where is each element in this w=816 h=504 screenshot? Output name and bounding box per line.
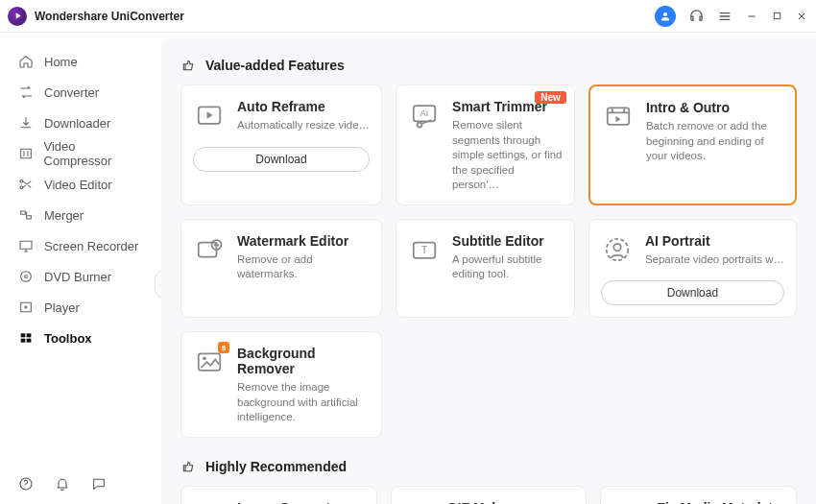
- sidebar-footer: [0, 468, 161, 504]
- thumbs-up-icon: [180, 58, 196, 73]
- compress-icon: [17, 145, 35, 162]
- home-icon: [17, 53, 35, 70]
- close-button[interactable]: [795, 10, 808, 23]
- sidebar-item-label: Merger: [44, 208, 84, 223]
- sidebar-item-video-compressor[interactable]: Video Compressor: [0, 138, 161, 169]
- help-icon: [18, 476, 34, 492]
- card-title: Intro & Outro: [646, 100, 783, 115]
- section-title: Highly Recommended: [205, 459, 347, 474]
- sidebar-item-downloader[interactable]: Downloader: [0, 108, 161, 138]
- svg-text:T: T: [421, 244, 427, 254]
- player-icon: [17, 299, 35, 316]
- logo-glyph: [12, 11, 23, 21]
- svg-rect-6: [27, 339, 32, 343]
- main-content[interactable]: Value-added Features Auto Reframe Automa…: [161, 38, 816, 504]
- card-background-remover[interactable]: $ Background Remover Remove the image ba…: [180, 331, 382, 438]
- fix-metadata-icon: [612, 500, 645, 504]
- card-desc: Automatically resize vide…: [237, 118, 370, 133]
- sidebar-nav: Home Converter Downloader Video Compress…: [0, 33, 161, 468]
- card-watermark-editor[interactable]: Watermark Editor Remove or add watermark…: [180, 219, 382, 319]
- sidebar-item-label: Downloader: [44, 116, 110, 131]
- ai-portrait-icon: [601, 233, 634, 266]
- svg-rect-3: [21, 333, 26, 337]
- minimize-icon: [746, 11, 757, 22]
- sidebar-item-label: Player: [44, 300, 80, 315]
- card-title: Watermark Editor: [237, 233, 370, 249]
- minimize-button[interactable]: [745, 10, 758, 23]
- auto-reframe-icon: [193, 99, 226, 132]
- card-desc: Batch remove or add the beginning and en…: [646, 119, 783, 164]
- maximize-button[interactable]: [770, 10, 783, 23]
- toolbox-icon: [17, 329, 35, 347]
- maximize-icon: [772, 11, 782, 21]
- merger-icon: [17, 206, 35, 224]
- svg-rect-0: [774, 12, 780, 18]
- sidebar-item-video-editor[interactable]: Video Editor: [0, 169, 161, 200]
- card-desc: Remove the image background with artific…: [237, 380, 370, 425]
- card-desc: Remove or add watermarks.: [237, 252, 370, 282]
- sidebar-item-label: Toolbox: [44, 331, 92, 346]
- card-subtitle-editor[interactable]: T Subtitle Editor A powerful subtitle ed…: [396, 219, 575, 319]
- sidebar-item-toolbox[interactable]: Toolbox: [0, 323, 161, 353]
- card-auto-reframe[interactable]: Auto Reframe Automatically resize vide… …: [180, 84, 382, 205]
- sidebar-item-label: Home: [44, 55, 78, 69]
- card-smart-trimmer[interactable]: New AI Smart Trimmer Remove silent segme…: [396, 84, 575, 205]
- user-icon: [660, 11, 671, 22]
- sidebar-item-label: Screen Recorder: [44, 239, 138, 253]
- card-desc: A powerful subtitle editing tool.: [452, 252, 563, 282]
- svg-rect-12: [608, 108, 630, 125]
- card-title: Auto Reframe: [237, 99, 370, 114]
- sidebar-item-converter[interactable]: Converter: [0, 77, 161, 108]
- watermark-icon: [193, 233, 226, 266]
- svg-point-18: [613, 243, 621, 251]
- svg-point-20: [203, 356, 206, 360]
- section-title: Value-added Features: [205, 58, 345, 73]
- sidebar-item-dvd-burner[interactable]: DVD Burner: [0, 261, 161, 292]
- card-fix-media-metadata[interactable]: Fix Media Metadata Auto-fix and edit met…: [600, 486, 797, 504]
- image-converter-icon: [193, 500, 226, 504]
- app-logo: [8, 7, 27, 26]
- notifications-button[interactable]: [54, 475, 71, 492]
- card-ai-portrait[interactable]: AI Portrait Separate video portraits w… …: [588, 219, 797, 319]
- help-button[interactable]: [17, 475, 35, 492]
- svg-point-2: [25, 276, 28, 278]
- card-gif-maker[interactable]: GIF GIF Maker Make GIF from videos or pi…: [391, 486, 588, 504]
- app-title: Wondershare UniConverter: [35, 10, 184, 23]
- sidebar-item-merger[interactable]: Merger: [0, 200, 161, 230]
- card-title: GIF Maker: [447, 500, 575, 504]
- sidebar-item-label: Video Editor: [44, 178, 112, 192]
- intro-outro-icon: [602, 100, 635, 132]
- sidebar-item-home[interactable]: Home: [0, 46, 161, 77]
- screenrec-icon: [17, 237, 35, 254]
- download-button[interactable]: Download: [193, 147, 370, 172]
- card-intro-outro[interactable]: Intro & Outro Batch remove or add the be…: [588, 84, 797, 205]
- close-icon: [796, 11, 807, 22]
- titlebar: Wondershare UniConverter: [0, 0, 816, 33]
- section-header-value-added: Value-added Features: [180, 58, 797, 73]
- card-title: Background Remover: [237, 346, 370, 376]
- card-title: Subtitle Editor: [452, 233, 563, 249]
- dvd-icon: [17, 268, 35, 285]
- account-button[interactable]: [655, 6, 676, 27]
- bg-remover-icon: $: [193, 346, 226, 378]
- smart-trimmer-icon: AI: [408, 99, 441, 132]
- converter-icon: [17, 84, 35, 101]
- svg-point-1: [21, 272, 32, 282]
- card-image-converter[interactable]: Image Converter Convert images to other …: [180, 486, 377, 504]
- support-button[interactable]: [687, 8, 705, 25]
- card-desc: Separate video portraits w…: [645, 252, 784, 268]
- download-button[interactable]: Download: [601, 280, 784, 305]
- premium-badge: $: [218, 342, 229, 353]
- svg-point-17: [607, 238, 629, 260]
- menu-button[interactable]: [716, 8, 733, 25]
- sidebar-item-label: Video Compressor: [44, 139, 144, 168]
- card-desc: Remove silent segments through simple se…: [452, 118, 563, 193]
- svg-point-11: [418, 123, 422, 128]
- feedback-button[interactable]: [90, 475, 108, 492]
- sidebar-item-player[interactable]: Player: [0, 292, 161, 323]
- svg-rect-4: [27, 333, 32, 337]
- sidebar-item-label: DVD Burner: [44, 270, 111, 284]
- sidebar-item-screen-recorder[interactable]: Screen Recorder: [0, 230, 161, 261]
- hamburger-icon: [717, 9, 732, 24]
- svg-rect-5: [21, 339, 26, 343]
